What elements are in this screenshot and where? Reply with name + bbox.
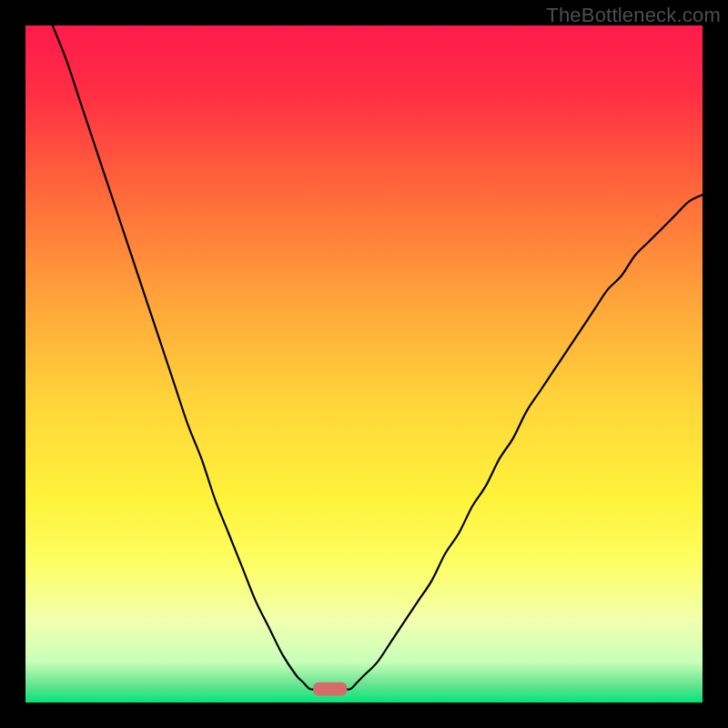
plot-frame [25,25,703,703]
watermark-text: TheBottleneck.com [546,4,721,27]
bottleneck-chart [25,25,703,703]
gradient-background [25,25,703,703]
optimal-marker [313,682,347,696]
